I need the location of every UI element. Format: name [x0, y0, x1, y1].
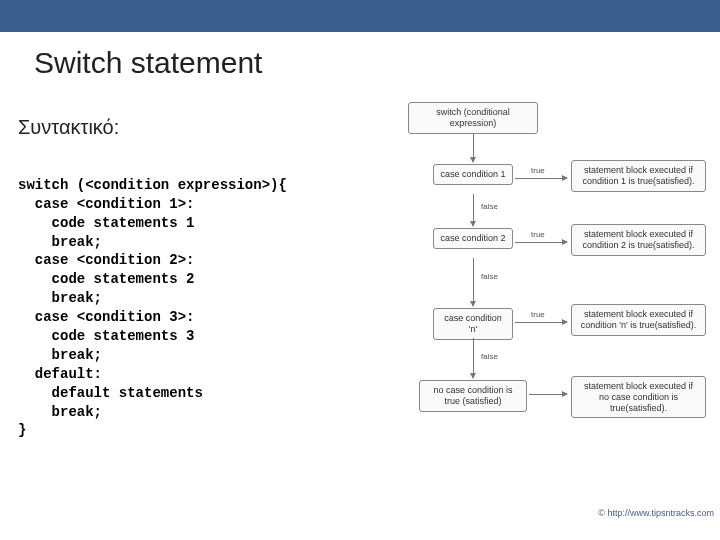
label-false: false	[481, 272, 498, 281]
header-bar	[0, 0, 720, 32]
code-line: }	[18, 422, 26, 438]
label-true: true	[531, 310, 545, 319]
arrow-down-icon	[473, 134, 474, 162]
arrow-right-icon	[515, 242, 567, 243]
code-line: break;	[18, 404, 102, 420]
code-line: break;	[18, 347, 102, 363]
code-line: default:	[18, 366, 102, 382]
arrow-down-icon	[473, 338, 474, 378]
arrow-right-icon	[529, 394, 567, 395]
flow-stmt-1: statement block executed if condition 1 …	[571, 160, 706, 192]
flow-case-n: case condition 'n'	[433, 308, 513, 340]
flow-stmt-2: statement block executed if condition 2 …	[571, 224, 706, 256]
flow-case-1: case condition 1	[433, 164, 513, 185]
arrow-right-icon	[515, 322, 567, 323]
content-row: Συντακτικό: switch (<condition expressio…	[0, 92, 720, 522]
code-line: default statements	[18, 385, 203, 401]
label-true: true	[531, 166, 545, 175]
code-line: code statements 3	[18, 328, 194, 344]
code-line: code statements 2	[18, 271, 194, 287]
flowchart: switch (conditional expression) case con…	[363, 102, 713, 522]
label-true: true	[531, 230, 545, 239]
flow-stmt-default: statement block executed if no case cond…	[571, 376, 706, 418]
code-line: break;	[18, 234, 102, 250]
flow-switch-box: switch (conditional expression)	[408, 102, 538, 134]
arrow-right-icon	[515, 178, 567, 179]
label-false: false	[481, 202, 498, 211]
code-line: switch (<condition expression>){	[18, 177, 287, 193]
code-line: case <condition 1>:	[18, 196, 194, 212]
right-column: switch (conditional expression) case con…	[363, 92, 720, 522]
code-line: case <condition 2>:	[18, 252, 194, 268]
left-column: Συντακτικό: switch (<condition expressio…	[18, 92, 363, 522]
flow-default-box: no case condition is true (satisfied)	[419, 380, 527, 412]
code-line: break;	[18, 290, 102, 306]
flow-stmt-n: statement block executed if condition 'n…	[571, 304, 706, 336]
label-false: false	[481, 352, 498, 361]
syntax-heading: Συντακτικό:	[18, 92, 363, 157]
flow-case-2: case condition 2	[433, 228, 513, 249]
code-line: code statements 1	[18, 215, 194, 231]
code-block: switch (<condition expression>){ case <c…	[18, 157, 363, 459]
arrow-down-icon	[473, 194, 474, 226]
arrow-down-icon	[473, 258, 474, 306]
page-title: Switch statement	[0, 32, 720, 92]
credit-text: © http://www.tipsntracks.com	[598, 508, 714, 518]
code-line: case <condition 3>:	[18, 309, 194, 325]
